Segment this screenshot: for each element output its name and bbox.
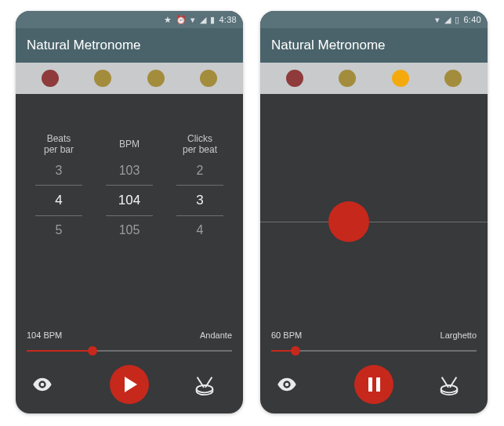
picker-selected[interactable]: 3 [176,185,223,216]
drum-icon [193,373,216,396]
wifi-icon: ▾ [190,15,195,25]
picker-selected[interactable]: 4 [35,185,82,216]
clicks-per-beat-picker[interactable]: Clicksper beat 2 3 4 [167,132,233,326]
picker-label: BPM [119,132,140,157]
beat-dot-1[interactable] [42,70,59,87]
pause-button[interactable] [354,365,393,404]
tempo-slider[interactable] [27,345,232,357]
picker-prev[interactable]: 3 [56,157,63,185]
phone-screenshot-1: ★ ⏰ ▾ ◢ ▮ 4:38 Natural Metronome Beatspe… [16,11,243,413]
slider-thumb[interactable] [291,346,300,356]
eye-icon [31,374,53,395]
app-bar: Natural Metronome [260,28,488,63]
app-title: Natural Metronome [271,38,386,53]
status-time: 6:40 [463,15,481,24]
picker-label: Beatsper bar [44,132,74,157]
slider-track [271,350,477,352]
alarm-icon: ⏰ [176,15,187,25]
picker-label: Clicksper beat [183,132,217,157]
play-button[interactable] [110,365,149,404]
picker-prev[interactable]: 2 [197,157,204,185]
main-area: 60 BPM Larghetto [260,94,488,413]
drum-icon [437,373,461,396]
picker-prev[interactable]: 103 [119,157,140,185]
control-row [271,365,477,404]
picker-next[interactable]: 105 [119,216,140,244]
tempo-name-label: Andante [200,330,232,340]
beat-dot-3[interactable] [392,70,409,87]
beat-indicator-strip [16,63,243,94]
beats-per-bar-picker[interactable]: Beatsper bar 3 4 5 [26,132,92,326]
tempo-bpm-label: 104 BPM [27,330,62,340]
star-icon: ★ [164,15,172,25]
beat-dot-4[interactable] [200,70,217,87]
slider-fill [27,350,92,352]
footer: 104 BPM Andante [16,326,243,413]
bpm-picker[interactable]: BPM 103 104 105 [96,132,162,326]
beat-dot-4[interactable] [444,70,462,87]
number-pickers: Beatsper bar 3 4 5 BPM 103 104 105 Click… [16,94,243,326]
footer: 60 BPM Larghetto [260,326,488,413]
play-icon [125,377,137,392]
svg-point-0 [197,385,213,392]
tempo-bpm-label: 60 BPM [271,330,302,340]
pendulum-bob [328,201,369,242]
status-bar: ▾ ◢ ▯ 6:40 [260,11,488,28]
phone-screenshot-2: ▾ ◢ ▯ 6:40 Natural Metronome 60 BPM Larg… [260,11,488,413]
picker-next[interactable]: 4 [197,216,204,244]
app-title: Natural Metronome [27,38,141,53]
picker-selected[interactable]: 104 [106,185,153,216]
battery-icon: ▯ [455,15,459,25]
sound-button[interactable] [437,373,472,396]
pause-icon [368,377,380,392]
battery-icon: ▮ [210,15,215,25]
signal-icon: ◢ [444,15,451,25]
svg-point-3 [441,385,458,392]
signal-icon: ◢ [200,15,206,25]
sound-button[interactable] [193,373,227,396]
beat-dot-3[interactable] [147,70,165,87]
visibility-button[interactable] [31,374,66,395]
pendulum-area[interactable] [260,94,488,326]
beat-dot-2[interactable] [94,70,111,87]
status-time: 4:38 [219,15,237,24]
eye-icon [276,374,298,395]
app-bar: Natural Metronome [16,28,243,63]
slider-thumb[interactable] [88,346,97,356]
tempo-name-label: Larghetto [441,330,477,340]
wifi-icon: ▾ [435,15,440,25]
visibility-button[interactable] [276,374,310,395]
beat-dot-1[interactable] [286,70,303,87]
beat-dot-2[interactable] [339,70,356,87]
picker-next[interactable]: 5 [56,216,63,244]
tempo-slider[interactable] [271,345,477,357]
status-bar: ★ ⏰ ▾ ◢ ▮ 4:38 [16,11,243,28]
control-row [27,365,232,404]
pendulum-track [260,222,488,222]
beat-indicator-strip [260,63,488,94]
main-area: Beatsper bar 3 4 5 BPM 103 104 105 Click… [16,94,243,413]
